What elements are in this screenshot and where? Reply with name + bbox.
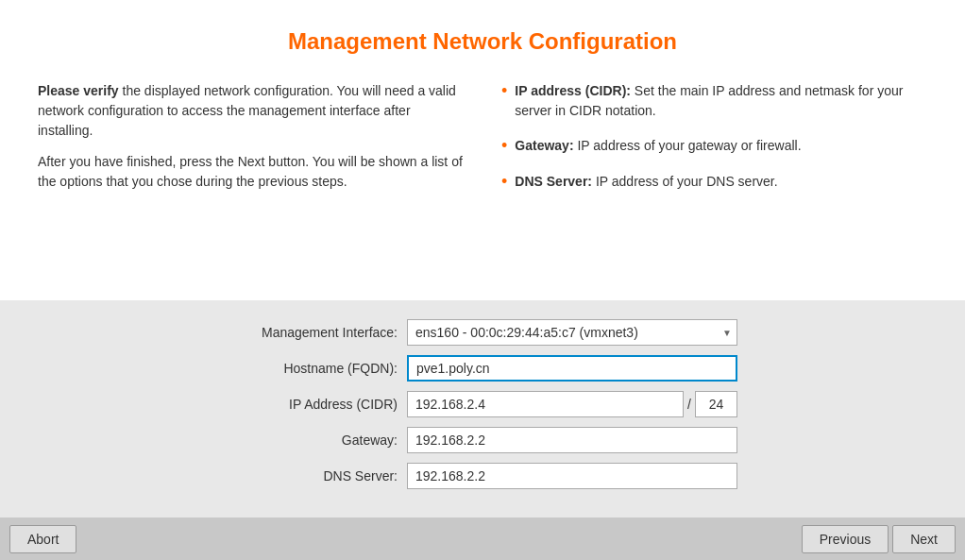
bullet-text-1: IP address (CIDR): Set the main IP addre… (515, 81, 927, 121)
cidr-input[interactable] (695, 391, 737, 417)
gateway-label: Gateway: (228, 433, 407, 448)
nav-buttons-right: Previous Next (802, 525, 956, 553)
dns-input[interactable] (407, 463, 737, 489)
ip-cidr-group: / (407, 391, 737, 417)
management-interface-label: Management Interface: (228, 325, 407, 340)
bullet-dot-1: • (501, 81, 507, 102)
info-right: • IP address (CIDR): Set the main IP add… (501, 81, 927, 207)
hostname-label: Hostname (FQDN): (228, 361, 407, 376)
bullet-desc-2: IP address of your gateway or firewall. (574, 138, 802, 153)
abort-button[interactable]: Abort (9, 525, 76, 553)
previous-button[interactable]: Previous (802, 525, 889, 553)
bullet-dot-2: • (501, 136, 507, 157)
bullet-text-3: DNS Server: IP address of your DNS serve… (515, 172, 777, 192)
form-section: Management Interface: ens160 - 00:0c:29:… (0, 300, 965, 518)
bullet-gateway: • Gateway: IP address of your gateway or… (501, 136, 927, 157)
dns-row: DNS Server: (228, 463, 737, 489)
ip-address-label: IP Address (CIDR) (228, 397, 407, 412)
hostname-input[interactable] (407, 355, 737, 382)
gateway-input[interactable] (407, 427, 737, 453)
management-interface-select[interactable]: ens160 - 00:0c:29:44:a5:c7 (vmxnet3) (407, 319, 737, 346)
bullet-label-2: Gateway: (515, 138, 573, 153)
next-button[interactable]: Next (892, 525, 956, 553)
gateway-row: Gateway: (228, 427, 737, 453)
bullet-ip: • IP address (CIDR): Set the main IP add… (501, 81, 927, 121)
ip-address-input[interactable] (407, 391, 684, 417)
info-left: Please verify the displayed network conf… (38, 81, 464, 207)
dns-label: DNS Server: (228, 468, 407, 484)
management-interface-select-wrapper: ens160 - 00:0c:29:44:a5:c7 (vmxnet3) ▼ (407, 319, 737, 346)
ip-address-row: IP Address (CIDR) / (228, 391, 737, 417)
bullet-text-2: Gateway: IP address of your gateway or f… (515, 136, 801, 156)
bullet-dns: • DNS Server: IP address of your DNS ser… (501, 172, 927, 193)
cidr-separator: / (684, 397, 695, 412)
management-interface-row: Management Interface: ens160 - 00:0c:29:… (228, 319, 737, 346)
paragraph2: After you have finished, press the Next … (38, 152, 464, 192)
bullet-label-1: IP address (CIDR): (515, 83, 631, 98)
bullet-label-3: DNS Server: (515, 174, 592, 189)
bullet-dot-3: • (501, 172, 507, 193)
please-verify-bold: Please verify (38, 83, 119, 98)
bullet-desc-3: IP address of your DNS server. (592, 174, 778, 189)
bottom-bar: Abort Previous Next (0, 518, 965, 560)
page-title: Management Network Configuration (38, 28, 927, 55)
hostname-row: Hostname (FQDN): (228, 355, 737, 382)
